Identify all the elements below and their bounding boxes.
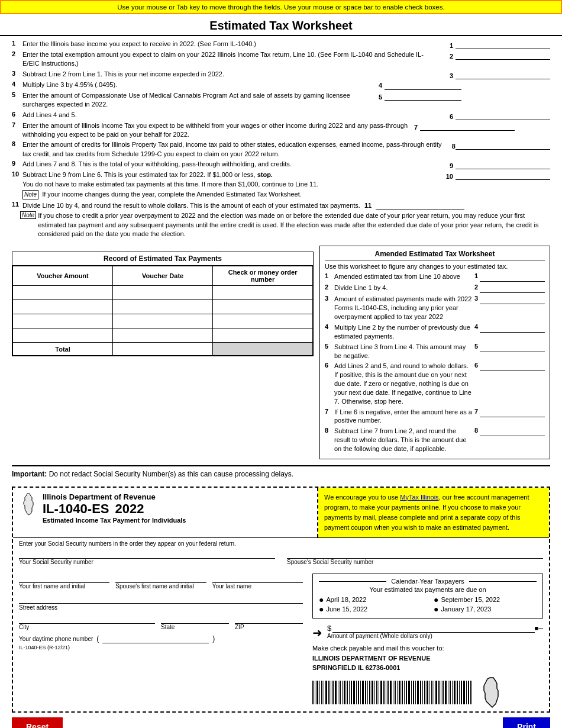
svg-rect-0 — [312, 681, 314, 704]
amended-line-5: 5 Subtract Line 3 from Line 4. This amou… — [325, 343, 545, 360]
amended-line-3: 3 Amount of estimated payments made with… — [325, 295, 545, 321]
svg-rect-24 — [367, 681, 368, 704]
line-5-input[interactable] — [385, 91, 461, 101]
spouse-ssn-input[interactable] — [287, 549, 543, 559]
amended-line-5-input[interactable] — [480, 343, 545, 352]
mytax-link[interactable]: MyTax Illinois — [400, 494, 438, 501]
payment-input[interactable] — [332, 623, 534, 633]
svg-rect-28 — [376, 681, 377, 704]
row1-amount[interactable] — [17, 288, 109, 297]
print-button[interactable]: Print — [503, 717, 550, 729]
svg-rect-52 — [431, 681, 432, 704]
barcode-area — [312, 677, 543, 709]
total-row: Total — [13, 343, 313, 356]
record-table: Voucher Amount Voucher Date Check or mon… — [12, 266, 313, 356]
row4-date[interactable] — [117, 331, 209, 340]
line-2-number: 2 — [12, 50, 20, 57]
reset-button[interactable]: Reset — [12, 717, 63, 729]
amended-line-4-input[interactable] — [480, 323, 545, 333]
line-6-input[interactable] — [456, 111, 550, 120]
form-year: 2022 — [115, 501, 144, 517]
line-2-input[interactable] — [456, 50, 550, 60]
spouse-ssn-label: Spouse's Social Security number — [287, 559, 543, 565]
last-name-input[interactable] — [212, 574, 303, 583]
svg-rect-56 — [441, 681, 441, 704]
street-label: Street address — [19, 604, 303, 611]
zip-input[interactable] — [235, 614, 303, 624]
il-state-large-icon — [478, 677, 505, 709]
ssn-input[interactable] — [19, 549, 275, 559]
right-column: Amended Estimated Tax Worksheet Use this… — [319, 246, 550, 459]
line-4-input[interactable] — [385, 80, 461, 90]
svg-rect-50 — [427, 681, 428, 704]
row3-amount[interactable] — [17, 317, 109, 326]
amended-line-6-input[interactable] — [480, 362, 545, 371]
amended-line-8-input[interactable] — [480, 427, 545, 436]
row2-amount[interactable] — [17, 302, 109, 311]
line-5-text: Enter the amount of Compassionate Use of… — [22, 91, 373, 109]
first-name-input[interactable] — [19, 574, 109, 583]
city-field: City — [19, 614, 155, 630]
line-8-number: 8 — [12, 140, 20, 147]
calendar-col-1: ● April 18, 2022 ● June 15, 2022 — [319, 595, 422, 614]
col-voucher-amount: Voucher Amount — [13, 266, 113, 286]
spouse-first-name-input[interactable] — [115, 574, 206, 583]
amended-line-1-input[interactable] — [480, 272, 545, 282]
state-input[interactable] — [161, 614, 229, 624]
amended-line-7-input[interactable] — [480, 408, 545, 417]
svg-rect-23 — [365, 681, 366, 704]
line-8-input[interactable] — [456, 140, 550, 150]
il-state-icon — [19, 492, 38, 516]
line-9-number: 9 — [12, 160, 20, 167]
date-item: ● June 15, 2022 — [319, 605, 422, 613]
row2-date[interactable] — [117, 302, 209, 311]
row4-amount[interactable] — [17, 331, 109, 340]
last-name-field: Your last name — [212, 574, 303, 590]
svg-rect-22 — [362, 681, 364, 704]
row1-check[interactable] — [217, 288, 309, 297]
important-notice: Important: Do not redact Social Security… — [12, 465, 550, 482]
line-7-input[interactable] — [420, 121, 515, 131]
svg-rect-34 — [390, 681, 392, 704]
svg-rect-13 — [342, 681, 343, 704]
line-11-input[interactable] — [376, 201, 464, 210]
line-7-text: Enter the amount of Illinois Income Tax … — [22, 121, 408, 140]
svg-rect-30 — [380, 681, 382, 704]
record-table-container: Record of Estimated Tax Payments Voucher… — [12, 252, 314, 356]
svg-rect-32 — [386, 681, 386, 704]
bottom-buttons: Reset Print — [12, 713, 550, 729]
line-9-input[interactable] — [456, 160, 550, 169]
row3-check[interactable] — [217, 317, 309, 326]
amended-line-3-input[interactable] — [480, 295, 545, 304]
line-5-number: 5 — [12, 91, 20, 98]
amended-line-8: 8 Subtract Line 7 from Line 2, and round… — [325, 427, 545, 453]
phone-input[interactable] — [102, 634, 209, 643]
amended-line-2-input[interactable] — [480, 284, 545, 293]
street-input[interactable] — [19, 593, 303, 602]
line-1-input[interactable] — [456, 40, 550, 49]
line-3-input[interactable] — [456, 70, 550, 79]
line-2-text: Enter the total exemption amount you exp… — [22, 50, 432, 69]
svg-rect-46 — [417, 681, 419, 704]
col-voucher-date: Voucher Date — [113, 266, 213, 286]
svg-rect-16 — [349, 681, 350, 704]
svg-rect-10 — [335, 681, 337, 704]
svg-rect-57 — [443, 681, 444, 704]
amended-line-7: 7 If Line 6 is negative, enter the amoun… — [325, 408, 545, 426]
line-10-number: 10 — [12, 170, 20, 178]
svg-rect-62 — [454, 681, 456, 704]
city-input[interactable] — [19, 614, 155, 624]
line-10-input[interactable] — [456, 170, 550, 180]
line-9-text: Add Lines 7 and 8. This is the total of … — [22, 160, 432, 169]
line-8-row: 8 Enter the amount of credits for Illino… — [12, 140, 550, 159]
svg-rect-49 — [424, 681, 425, 704]
row1-date[interactable] — [117, 288, 209, 297]
form-number: IL-1040-ES — [43, 501, 109, 517]
line-7-row: 7 Enter the amount of Illinois Income Ta… — [12, 121, 550, 140]
amended-title: Amended Estimated Tax Worksheet — [325, 250, 545, 260]
svg-rect-27 — [374, 681, 375, 704]
voucher-left: Illinois Department of Revenue IL-1040-E… — [13, 488, 318, 537]
row3-date[interactable] — [117, 317, 209, 326]
row4-check[interactable] — [217, 331, 309, 340]
row2-check[interactable] — [217, 302, 309, 311]
